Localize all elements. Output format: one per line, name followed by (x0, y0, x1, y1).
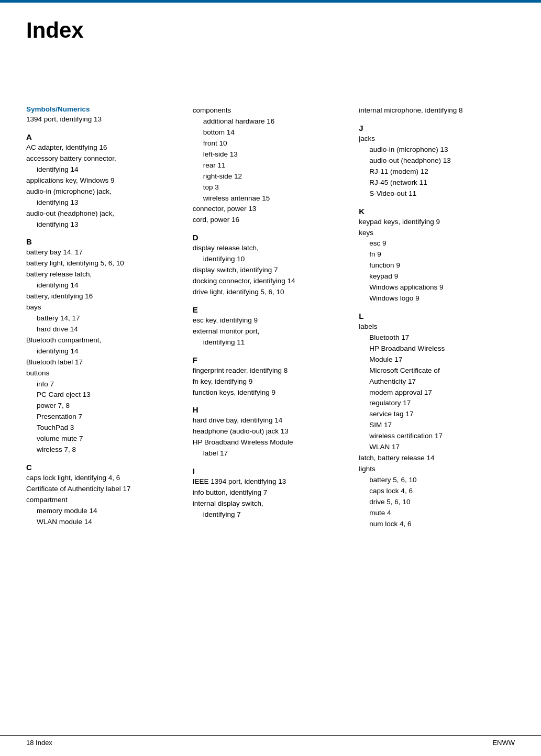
index-entry: RJ-45 (network 11 (359, 177, 515, 188)
index-entry: front 10 (193, 138, 349, 149)
index-entry: battery release latch, (26, 269, 182, 280)
index-entry: identifying 10 (193, 254, 349, 265)
index-entry: Authenticity 17 (359, 376, 515, 387)
index-entry: applications key, Windows 9 (26, 175, 182, 186)
letter-header: H (193, 405, 349, 414)
index-entry: display switch, identifying 7 (193, 265, 349, 276)
index-entry: display release latch, (193, 243, 349, 254)
index-entry: caps lock light, identifying 4, 6 (26, 473, 182, 484)
index-entry: drive 5, 6, 10 (359, 497, 515, 508)
index-entry: Bluetooth compartment, (26, 335, 182, 346)
letter-header: L (359, 312, 515, 320)
index-entry: identifying 7 (193, 509, 349, 520)
index-entry: power 7, 8 (26, 401, 182, 412)
letter-header: I (193, 466, 349, 475)
index-entry: service tag 17 (359, 409, 515, 420)
letter-header: B (26, 237, 182, 246)
footer: 18 Index ENWW (0, 735, 541, 747)
index-entry: keypad keys, identifying 9 (359, 217, 515, 228)
index-entry: headphone (audio-out) jack 13 (193, 426, 349, 437)
index-entry: Windows logo 9 (359, 293, 515, 304)
index-entry: latch, battery release 14 (359, 453, 515, 464)
letter-header: J (359, 124, 515, 132)
index-entry: components (193, 105, 349, 116)
index-entry: WLAN 17 (359, 442, 515, 453)
index-entry: jacks (359, 134, 515, 144)
index-entry: accessory battery connector, (26, 153, 182, 164)
index-entry: Microsoft Certificate of (359, 365, 515, 376)
index-entry: left-side 13 (193, 149, 349, 160)
index-entry: volume mute 7 (26, 433, 182, 444)
index-entry: SIM 17 (359, 420, 515, 431)
index-entry: Presentation 7 (26, 412, 182, 423)
index-entry: hard drive bay, identifying 14 (193, 415, 349, 426)
index-entry: bottom 14 (193, 127, 349, 138)
index-entry: PC Card eject 13 (26, 390, 182, 401)
index-entry: wireless certification 17 (359, 431, 515, 442)
index-entry: internal microphone, identifying 8 (359, 105, 515, 116)
page-title: Index (26, 18, 515, 42)
index-entry: fingerprint reader, identifying 8 (193, 365, 349, 376)
index-entry: memory module 14 (26, 506, 182, 517)
index-entry: fn key, identifying 9 (193, 376, 349, 387)
index-entry: S-Video-out 11 (359, 188, 515, 199)
index-entry: HP Broadband Wireless (359, 343, 515, 354)
index-entry: identifying 14 (26, 346, 182, 357)
index-entry: caps lock 4, 6 (359, 486, 515, 497)
index-entry: wireless 7, 8 (26, 444, 182, 455)
index-entry: battery light, identifying 5, 6, 10 (26, 258, 182, 269)
index-entry: audio-out (headphone) 13 (359, 155, 515, 166)
index-entry: esc 9 (359, 238, 515, 249)
index-entry: Windows applications 9 (359, 282, 515, 293)
index-entry: connector, power 13 (193, 204, 349, 215)
letter-header: C (26, 463, 182, 472)
index-entry: label 17 (193, 448, 349, 459)
index-entry: internal display switch, (193, 498, 349, 509)
index-entry: 1394 port, identifying 13 (26, 114, 182, 125)
letter-header: F (193, 355, 349, 364)
index-entry: right-side 12 (193, 171, 349, 182)
index-entry: lights (359, 464, 515, 475)
index-entry: identifying 13 (26, 219, 182, 230)
index-entry: AC adapter, identifying 16 (26, 142, 182, 153)
index-entry: wireless antennae 15 (193, 193, 349, 204)
index-entry: modem approval 17 (359, 387, 515, 398)
letter-header: E (193, 305, 349, 314)
letter-header: D (193, 233, 349, 242)
index-entry: Bluetooth label 17 (26, 357, 182, 368)
index-entry: rear 11 (193, 160, 349, 171)
index-entry: drive light, identifying 5, 6, 10 (193, 287, 349, 298)
index-entry: num lock 4, 6 (359, 519, 515, 530)
index-entry: function 9 (359, 260, 515, 271)
index-entry: Module 17 (359, 354, 515, 365)
index-entry: info 7 (26, 379, 182, 390)
page-content: Index Symbols/Numerics1394 port, identif… (0, 3, 541, 556)
index-entry: TouchPad 3 (26, 423, 182, 433)
index-entry: buttons (26, 368, 182, 379)
index-entry: HP Broadband Wireless Module (193, 437, 349, 448)
index-entry: regulatory 17 (359, 398, 515, 409)
index-entry: battery, identifying 16 (26, 291, 182, 302)
index-entry: keypad 9 (359, 271, 515, 282)
index-entry: identifying 11 (193, 337, 349, 348)
index-entry: labels (359, 321, 515, 332)
index-entry: audio-in (microphone) 13 (359, 144, 515, 155)
index-entry: RJ-11 (modem) 12 (359, 166, 515, 177)
footer-left: 18 Index (26, 739, 52, 747)
index-entry: WLAN module 14 (26, 517, 182, 528)
index-entry: battery bay 14, 17 (26, 247, 182, 258)
section-header: Symbols/Numerics (26, 105, 182, 113)
index-entry: hard drive 14 (26, 324, 182, 335)
index-entry: compartment (26, 495, 182, 506)
index-entry: keys (359, 228, 515, 239)
index-entry: identifying 14 (26, 280, 182, 291)
index-entry: additional hardware 16 (193, 116, 349, 127)
index-entry: bays (26, 302, 182, 313)
index-entry: external monitor port, (193, 326, 349, 337)
footer-right: ENWW (492, 739, 515, 747)
index-entry: function keys, identifying 9 (193, 387, 349, 398)
index-entry: identifying 14 (26, 164, 182, 175)
index-entry: mute 4 (359, 508, 515, 519)
index-entry: audio-out (headphone) jack, (26, 208, 182, 219)
index-entry: top 3 (193, 182, 349, 193)
